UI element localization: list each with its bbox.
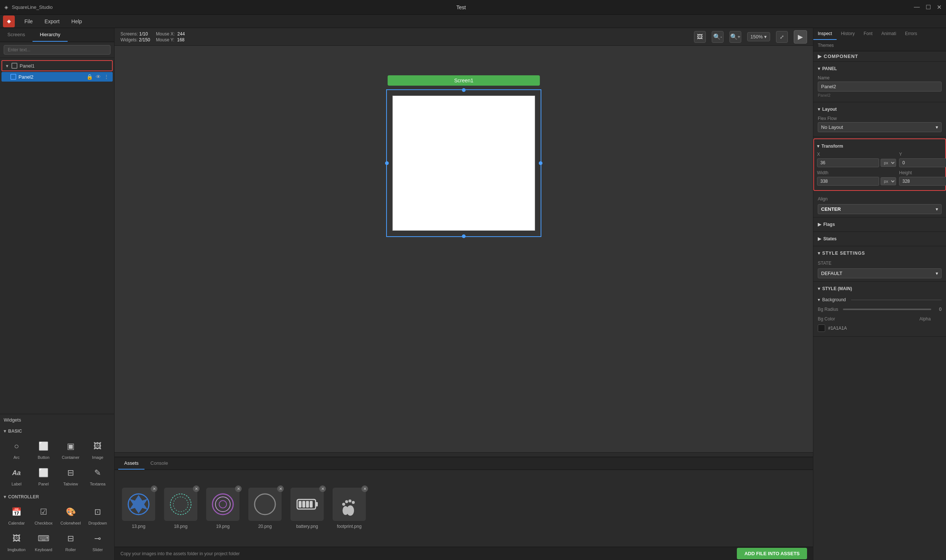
states-header[interactable]: ▶ States bbox=[818, 235, 941, 243]
asset-18[interactable]: ✕ 18.png bbox=[164, 488, 198, 529]
basic-category-header[interactable]: ▾ BASIC bbox=[4, 427, 111, 435]
y-input[interactable] bbox=[899, 158, 946, 167]
dropdown-label: Dropdown bbox=[88, 521, 107, 525]
state-dropdown[interactable]: DEFAULT ▾ bbox=[818, 268, 941, 278]
background-header[interactable]: ▾ Background bbox=[818, 296, 941, 304]
play-button[interactable]: ▶ bbox=[794, 30, 807, 43]
state-label: STATE bbox=[818, 261, 840, 266]
tab-inspect[interactable]: Inspect bbox=[813, 28, 836, 40]
bg-color-swatch[interactable] bbox=[818, 325, 825, 332]
image-tool-button[interactable]: 🖼 bbox=[694, 31, 706, 43]
asset-13-thumb bbox=[122, 488, 155, 521]
asset-footprint-close[interactable]: ✕ bbox=[361, 485, 368, 492]
widget-calendar[interactable]: 📅 Calendar bbox=[4, 502, 29, 528]
tab-screens[interactable]: Screens bbox=[0, 28, 32, 42]
widget-button[interactable]: ⬜ Button bbox=[31, 437, 56, 462]
widget-container[interactable]: ▣ Container bbox=[58, 437, 83, 462]
asset-13-close[interactable]: ✕ bbox=[151, 485, 157, 492]
widget-tabview[interactable]: ⊟ Tabview bbox=[58, 463, 83, 488]
image-icon: 🖼 bbox=[90, 439, 105, 454]
asset-19[interactable]: ✕ 19.png bbox=[206, 488, 239, 529]
asset-19-close[interactable]: ✕ bbox=[235, 485, 242, 492]
tab-assets[interactable]: Assets bbox=[118, 457, 145, 469]
zoom-control[interactable]: 150% ▾ bbox=[747, 32, 770, 42]
center-area: Screens: 1/10 Widgets: 2/150 Mouse X: 24… bbox=[114, 28, 813, 560]
align-dropdown[interactable]: CENTER ▾ bbox=[818, 204, 941, 214]
widget-label[interactable]: Aa Label bbox=[4, 463, 29, 488]
handle-right[interactable] bbox=[539, 161, 542, 165]
panel-section-header[interactable]: ▾ PANEL bbox=[818, 65, 941, 73]
canvas-scrollbar[interactable] bbox=[114, 452, 813, 457]
close-button[interactable]: ✕ bbox=[937, 4, 941, 11]
tab-errors[interactable]: Errors bbox=[901, 28, 921, 40]
app-icon: ◈ bbox=[5, 5, 8, 10]
handle-top[interactable] bbox=[462, 88, 466, 92]
button-icon: ⬜ bbox=[36, 439, 51, 454]
tab-font[interactable]: Font bbox=[859, 28, 877, 40]
controller-category-header[interactable]: ▾ CONTROLLER bbox=[4, 493, 111, 501]
width-input[interactable] bbox=[817, 177, 879, 186]
widget-panel[interactable]: ⬜ Panel bbox=[31, 463, 56, 488]
widget-dropdown[interactable]: ⊡ Dropdown bbox=[85, 502, 111, 528]
tree-item-panel2[interactable]: Panel2 🔒 👁 ⋮ bbox=[2, 72, 113, 82]
asset-battery[interactable]: ✕ battery.png bbox=[290, 488, 324, 529]
asset-20[interactable]: ✕ 20.png bbox=[248, 488, 282, 529]
chevron-down-icon: ▾ bbox=[817, 144, 819, 149]
widget-arc[interactable]: ○ Arc bbox=[4, 437, 29, 462]
tab-animation[interactable]: Animati bbox=[877, 28, 901, 40]
width-input-group: px bbox=[817, 177, 896, 186]
search-input[interactable] bbox=[4, 45, 111, 55]
canvas-container[interactable]: Screen1 bbox=[114, 46, 813, 452]
bg-radius-track[interactable] bbox=[843, 309, 931, 310]
asset-20-close[interactable]: ✕ bbox=[277, 485, 284, 492]
asset-18-label: 18.png bbox=[174, 524, 188, 529]
widget-slider[interactable]: ⊸ Slider bbox=[85, 529, 111, 554]
layout-section-header[interactable]: ▾ Layout bbox=[818, 105, 941, 113]
maximize-button[interactable]: ☐ bbox=[926, 4, 931, 11]
asset-battery-close[interactable]: ✕ bbox=[319, 485, 326, 492]
x-unit-select[interactable]: px bbox=[881, 159, 896, 167]
lock-icon[interactable]: 🔒 bbox=[86, 74, 93, 80]
transform-section-header[interactable]: ▾ Transform bbox=[817, 142, 942, 150]
panel-inner bbox=[392, 95, 535, 231]
more-icon[interactable]: ⋮ bbox=[104, 74, 109, 80]
zoom-out-button[interactable]: 🔍- bbox=[712, 31, 724, 43]
menu-file[interactable]: File bbox=[19, 17, 38, 26]
name-input[interactable] bbox=[818, 82, 941, 92]
name-field-label: Name bbox=[818, 75, 840, 80]
menu-export[interactable]: Export bbox=[40, 17, 65, 26]
widget-roller[interactable]: ⊟ Roller bbox=[58, 529, 83, 554]
tree-item-panel1[interactable]: ▾ Panel1 bbox=[2, 60, 113, 71]
panel-outer[interactable] bbox=[386, 89, 542, 237]
handle-left[interactable] bbox=[385, 161, 389, 165]
flex-flow-dropdown[interactable]: No Layout ▾ bbox=[818, 122, 941, 132]
tab-themes[interactable]: Themes bbox=[813, 40, 838, 51]
widget-checkbox[interactable]: ☑ Checkbox bbox=[31, 502, 56, 528]
height-input[interactable] bbox=[899, 177, 946, 186]
style-settings-header[interactable]: ▾ STYLE SETTINGS bbox=[818, 249, 941, 257]
tab-hierarchy[interactable]: Hierarchy bbox=[32, 28, 68, 42]
widget-colorwheel[interactable]: 🎨 Colorwheel bbox=[58, 502, 83, 528]
widget-imgbutton[interactable]: 🖼 Imgbutton bbox=[4, 529, 29, 554]
asset-footprint[interactable]: ✕ footprint.png bbox=[333, 488, 366, 529]
tab-history[interactable]: History bbox=[836, 28, 859, 40]
asset-13[interactable]: ✕ 13.png bbox=[122, 488, 155, 529]
tab-console[interactable]: Console bbox=[145, 457, 174, 469]
handle-bottom[interactable] bbox=[462, 234, 466, 238]
minimize-button[interactable]: — bbox=[914, 4, 920, 11]
asset-18-close[interactable]: ✕ bbox=[193, 485, 199, 492]
widget-keyboard[interactable]: ⌨ Keyboard bbox=[31, 529, 56, 554]
widget-image[interactable]: 🖼 Image bbox=[85, 437, 111, 462]
x-input[interactable] bbox=[817, 158, 879, 167]
menu-help[interactable]: Help bbox=[66, 17, 87, 26]
width-unit-select[interactable]: px bbox=[881, 177, 896, 185]
svg-rect-11 bbox=[306, 501, 309, 508]
flags-label: Flags bbox=[823, 222, 835, 227]
add-file-button[interactable]: ADD FILE INTO ASSETS bbox=[737, 548, 807, 559]
widget-textarea[interactable]: ✎ Textarea bbox=[85, 463, 111, 488]
style-main-header[interactable]: ▾ STYLE (MAIN) bbox=[818, 285, 941, 293]
zoom-in-button[interactable]: 🔍+ bbox=[730, 31, 741, 43]
visible-icon[interactable]: 👁 bbox=[96, 74, 101, 80]
flags-header[interactable]: ▶ Flags bbox=[818, 220, 941, 229]
fullscreen-button[interactable]: ⤢ bbox=[776, 31, 788, 43]
